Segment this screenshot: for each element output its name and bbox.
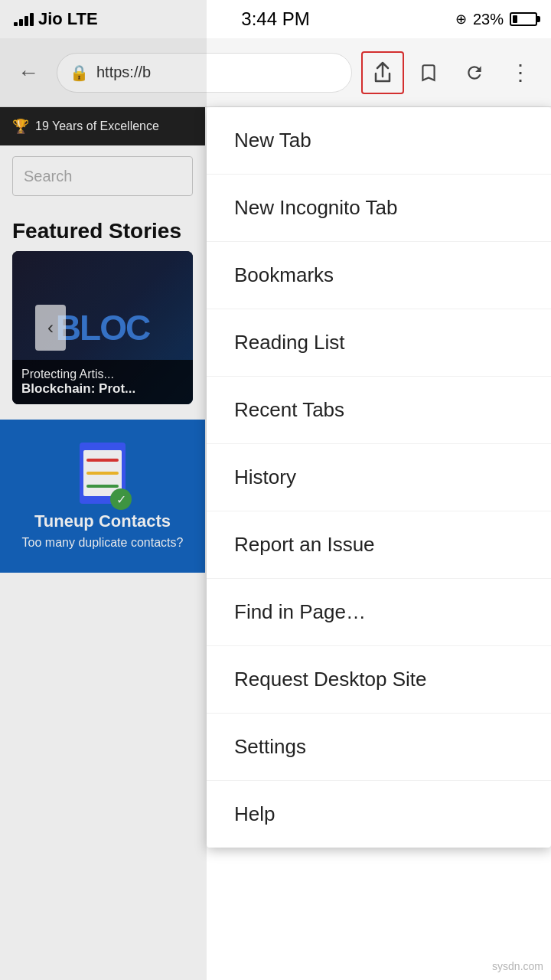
- battery-icon: [510, 12, 537, 26]
- menu-item-report-an-issue[interactable]: Report an Issue: [207, 511, 551, 579]
- status-time: 3:44 PM: [241, 8, 309, 30]
- menu-item-new-tab[interactable]: New Tab: [207, 107, 551, 175]
- menu-item-bookmarks[interactable]: Bookmarks: [207, 242, 551, 309]
- reload-button[interactable]: [453, 51, 496, 94]
- lock-status-icon: ⊕: [455, 11, 467, 28]
- context-menu: New Tab New Incognito Tab Bookmarks Read…: [207, 107, 551, 848]
- status-right-icons: ⊕ 23%: [455, 11, 537, 28]
- three-dots-icon: ⋮: [510, 60, 532, 85]
- menu-item-reading-list[interactable]: Reading List: [207, 309, 551, 377]
- menu-item-find-in-page[interactable]: Find in Page…: [207, 579, 551, 646]
- battery-percent: 23%: [473, 11, 504, 28]
- share-button[interactable]: [361, 51, 404, 94]
- menu-item-request-desktop-site[interactable]: Request Desktop Site: [207, 646, 551, 714]
- menu-item-recent-tabs[interactable]: Recent Tabs: [207, 377, 551, 444]
- dim-overlay: [0, 0, 207, 980]
- menu-item-new-incognito-tab[interactable]: New Incognito Tab: [207, 175, 551, 242]
- bookmark-button[interactable]: [407, 51, 450, 94]
- menu-item-settings[interactable]: Settings: [207, 714, 551, 781]
- watermark: sysdn.com: [492, 960, 543, 972]
- menu-item-history[interactable]: History: [207, 444, 551, 511]
- more-button[interactable]: ⋮: [499, 51, 542, 94]
- toolbar-action-icons: ⋮: [361, 51, 542, 94]
- menu-item-help[interactable]: Help: [207, 781, 551, 848]
